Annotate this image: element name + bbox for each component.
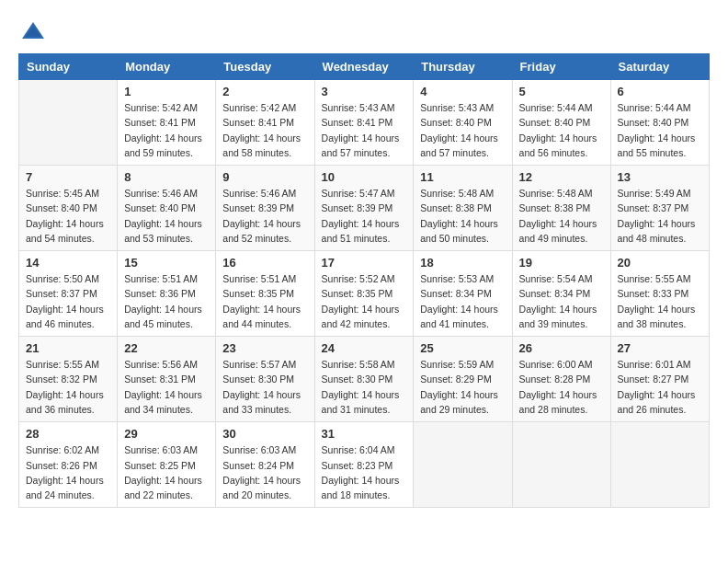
day-info: Sunrise: 5:43 AM Sunset: 8:40 PM Dayligh… [420, 100, 505, 160]
day-info: Sunrise: 5:45 AM Sunset: 8:40 PM Dayligh… [26, 186, 110, 246]
calendar-cell: 8Sunrise: 5:46 AM Sunset: 8:40 PM Daylig… [118, 166, 216, 251]
day-number: 12 [519, 170, 604, 184]
day-info: Sunrise: 5:48 AM Sunset: 8:38 PM Dayligh… [420, 186, 505, 246]
day-info: Sunrise: 6:00 AM Sunset: 8:28 PM Dayligh… [519, 357, 604, 417]
day-number: 20 [618, 256, 702, 270]
day-number: 8 [124, 170, 209, 184]
day-number: 18 [420, 256, 505, 270]
calendar-cell [19, 80, 118, 166]
day-number: 22 [124, 341, 209, 355]
day-info: Sunrise: 5:42 AM Sunset: 8:41 PM Dayligh… [124, 100, 209, 160]
day-info: Sunrise: 5:55 AM Sunset: 8:33 PM Dayligh… [618, 271, 702, 331]
calendar-cell: 26Sunrise: 6:00 AM Sunset: 8:28 PM Dayli… [512, 337, 610, 422]
day-number: 29 [124, 427, 209, 441]
weekday-header-tuesday: Tuesday [216, 54, 314, 80]
calendar-cell: 15Sunrise: 5:51 AM Sunset: 8:36 PM Dayli… [118, 251, 216, 337]
day-number: 1 [124, 85, 209, 98]
day-number: 6 [618, 85, 702, 98]
day-number: 10 [322, 170, 407, 184]
calendar-cell [414, 422, 512, 508]
day-info: Sunrise: 6:03 AM Sunset: 8:25 PM Dayligh… [124, 442, 209, 502]
weekday-header-sunday: Sunday [19, 54, 118, 80]
calendar-cell: 10Sunrise: 5:47 AM Sunset: 8:39 PM Dayli… [314, 166, 414, 251]
calendar-table: SundayMondayTuesdayWednesdayThursdayFrid… [18, 53, 710, 508]
day-info: Sunrise: 5:55 AM Sunset: 8:32 PM Dayligh… [26, 357, 110, 417]
weekday-header-saturday: Saturday [610, 54, 709, 80]
calendar-cell [512, 422, 610, 508]
calendar-cell: 20Sunrise: 5:55 AM Sunset: 8:33 PM Dayli… [610, 251, 709, 337]
calendar-cell: 3Sunrise: 5:43 AM Sunset: 8:41 PM Daylig… [314, 80, 414, 166]
weekday-header-thursday: Thursday [414, 54, 512, 80]
calendar-week-row: 28Sunrise: 6:02 AM Sunset: 8:26 PM Dayli… [19, 422, 710, 508]
day-number: 5 [519, 85, 604, 98]
calendar-cell: 2Sunrise: 5:42 AM Sunset: 8:41 PM Daylig… [216, 80, 314, 166]
calendar-week-row: 7Sunrise: 5:45 AM Sunset: 8:40 PM Daylig… [19, 166, 710, 251]
calendar-cell: 6Sunrise: 5:44 AM Sunset: 8:40 PM Daylig… [610, 80, 709, 166]
calendar-cell: 1Sunrise: 5:42 AM Sunset: 8:41 PM Daylig… [118, 80, 216, 166]
day-number: 26 [519, 341, 604, 355]
day-info: Sunrise: 5:44 AM Sunset: 8:40 PM Dayligh… [618, 100, 702, 160]
calendar-cell: 29Sunrise: 6:03 AM Sunset: 8:25 PM Dayli… [118, 422, 216, 508]
day-number: 25 [420, 341, 505, 355]
calendar-cell: 19Sunrise: 5:54 AM Sunset: 8:34 PM Dayli… [512, 251, 610, 337]
day-number: 16 [222, 256, 307, 270]
weekday-header-wednesday: Wednesday [314, 54, 414, 80]
day-info: Sunrise: 6:01 AM Sunset: 8:27 PM Dayligh… [618, 357, 702, 417]
day-info: Sunrise: 5:50 AM Sunset: 8:37 PM Dayligh… [26, 271, 110, 331]
day-number: 2 [222, 85, 307, 98]
calendar-cell: 12Sunrise: 5:48 AM Sunset: 8:38 PM Dayli… [512, 166, 610, 251]
calendar-cell: 21Sunrise: 5:55 AM Sunset: 8:32 PM Dayli… [19, 337, 118, 422]
day-info: Sunrise: 5:47 AM Sunset: 8:39 PM Dayligh… [322, 186, 407, 246]
calendar-cell: 24Sunrise: 5:58 AM Sunset: 8:30 PM Dayli… [314, 337, 414, 422]
day-number: 13 [618, 170, 702, 184]
day-number: 23 [222, 341, 307, 355]
day-info: Sunrise: 5:44 AM Sunset: 8:40 PM Dayligh… [519, 100, 604, 160]
day-info: Sunrise: 5:48 AM Sunset: 8:38 PM Dayligh… [519, 186, 604, 246]
day-number: 14 [26, 256, 110, 270]
day-number: 27 [618, 341, 702, 355]
day-info: Sunrise: 5:54 AM Sunset: 8:34 PM Dayligh… [519, 271, 604, 331]
calendar-cell: 27Sunrise: 6:01 AM Sunset: 8:27 PM Dayli… [610, 337, 709, 422]
day-number: 3 [322, 85, 407, 98]
calendar-cell: 17Sunrise: 5:52 AM Sunset: 8:35 PM Dayli… [314, 251, 414, 337]
calendar-cell: 16Sunrise: 5:51 AM Sunset: 8:35 PM Dayli… [216, 251, 314, 337]
day-info: Sunrise: 5:58 AM Sunset: 8:30 PM Dayligh… [322, 357, 407, 417]
calendar-week-row: 1Sunrise: 5:42 AM Sunset: 8:41 PM Daylig… [19, 80, 710, 166]
calendar-cell: 14Sunrise: 5:50 AM Sunset: 8:37 PM Dayli… [19, 251, 118, 337]
calendar-cell: 4Sunrise: 5:43 AM Sunset: 8:40 PM Daylig… [414, 80, 512, 166]
calendar-cell: 7Sunrise: 5:45 AM Sunset: 8:40 PM Daylig… [19, 166, 118, 251]
weekday-header-monday: Monday [118, 54, 216, 80]
day-number: 11 [420, 170, 505, 184]
day-number: 28 [26, 427, 110, 441]
day-info: Sunrise: 5:56 AM Sunset: 8:31 PM Dayligh… [124, 357, 209, 417]
calendar-cell: 5Sunrise: 5:44 AM Sunset: 8:40 PM Daylig… [512, 80, 610, 166]
day-number: 4 [420, 85, 505, 98]
calendar-week-row: 14Sunrise: 5:50 AM Sunset: 8:37 PM Dayli… [19, 251, 710, 337]
day-info: Sunrise: 5:42 AM Sunset: 8:41 PM Dayligh… [222, 100, 307, 160]
day-number: 21 [26, 341, 110, 355]
day-info: Sunrise: 6:03 AM Sunset: 8:24 PM Dayligh… [222, 442, 307, 502]
day-info: Sunrise: 5:46 AM Sunset: 8:40 PM Dayligh… [124, 186, 209, 246]
day-info: Sunrise: 5:51 AM Sunset: 8:36 PM Dayligh… [124, 271, 209, 331]
day-number: 17 [322, 256, 407, 270]
day-info: Sunrise: 5:51 AM Sunset: 8:35 PM Dayligh… [222, 271, 307, 331]
day-info: Sunrise: 5:49 AM Sunset: 8:37 PM Dayligh… [618, 186, 702, 246]
calendar-cell: 25Sunrise: 5:59 AM Sunset: 8:29 PM Dayli… [414, 337, 512, 422]
weekday-header-row: SundayMondayTuesdayWednesdayThursdayFrid… [19, 54, 710, 80]
calendar-cell: 28Sunrise: 6:02 AM Sunset: 8:26 PM Dayli… [19, 422, 118, 508]
day-info: Sunrise: 5:59 AM Sunset: 8:29 PM Dayligh… [420, 357, 505, 417]
day-info: Sunrise: 5:43 AM Sunset: 8:41 PM Dayligh… [322, 100, 407, 160]
logo [18, 18, 48, 44]
calendar-cell: 9Sunrise: 5:46 AM Sunset: 8:39 PM Daylig… [216, 166, 314, 251]
calendar-cell: 11Sunrise: 5:48 AM Sunset: 8:38 PM Dayli… [414, 166, 512, 251]
logo-text [18, 18, 48, 44]
day-info: Sunrise: 5:53 AM Sunset: 8:34 PM Dayligh… [420, 271, 505, 331]
day-number: 15 [124, 256, 209, 270]
day-number: 30 [222, 427, 307, 441]
calendar-cell [610, 422, 709, 508]
day-number: 24 [322, 341, 407, 355]
calendar-cell: 23Sunrise: 5:57 AM Sunset: 8:30 PM Dayli… [216, 337, 314, 422]
day-number: 19 [519, 256, 604, 270]
day-number: 31 [322, 427, 407, 441]
day-info: Sunrise: 5:46 AM Sunset: 8:39 PM Dayligh… [222, 186, 307, 246]
